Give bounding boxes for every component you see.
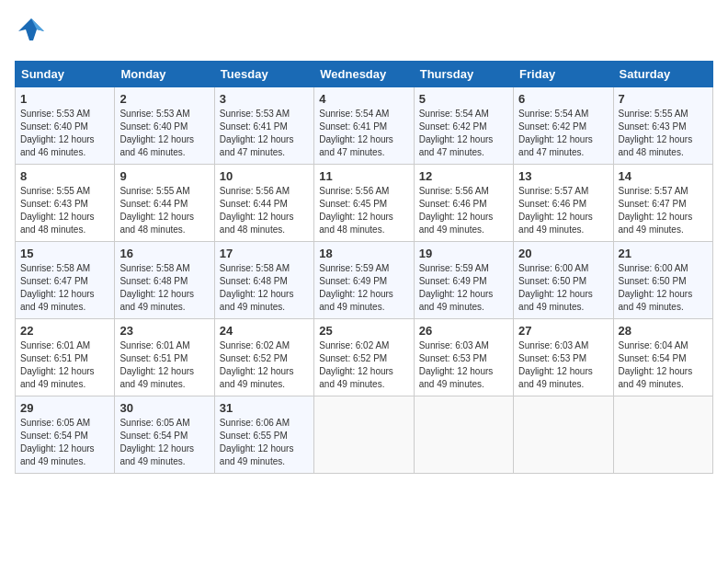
day-info: Sunrise: 5:55 AMSunset: 6:43 PMDaylight:… [619, 109, 693, 157]
day-info: Sunrise: 5:53 AMSunset: 6:41 PMDaylight:… [220, 109, 294, 157]
calendar-cell: 6 Sunrise: 5:54 AMSunset: 6:42 PMDayligh… [514, 87, 613, 165]
day-number: 6 [518, 92, 608, 106]
day-number: 24 [220, 324, 309, 338]
calendar-cell: 30 Sunrise: 6:05 AMSunset: 6:54 PMDaylig… [115, 396, 214, 474]
calendar-cell: 16 Sunrise: 5:58 AMSunset: 6:48 PMDaylig… [115, 242, 214, 319]
calendar-cell: 23 Sunrise: 6:01 AMSunset: 6:51 PMDaylig… [115, 319, 214, 396]
day-number: 14 [619, 169, 708, 183]
column-header-friday: Friday [514, 62, 613, 87]
column-header-saturday: Saturday [613, 62, 712, 87]
calendar-cell: 9 Sunrise: 5:55 AMSunset: 6:44 PMDayligh… [115, 165, 214, 242]
day-info: Sunrise: 5:55 AMSunset: 6:44 PMDaylight:… [119, 186, 194, 235]
day-info: Sunrise: 5:53 AMSunset: 6:40 PMDaylight:… [119, 109, 194, 157]
header [15, 15, 713, 53]
calendar-cell: 12 Sunrise: 5:56 AMSunset: 6:46 PMDaylig… [414, 165, 513, 242]
calendar-cell: 27 Sunrise: 6:03 AMSunset: 6:53 PMDaylig… [514, 319, 613, 396]
day-number: 21 [619, 247, 708, 260]
day-number: 12 [419, 169, 508, 183]
day-number: 23 [119, 324, 209, 338]
calendar-cell [514, 396, 613, 474]
calendar-cell: 4 Sunrise: 5:54 AMSunset: 6:41 PMDayligh… [314, 87, 414, 165]
day-number: 20 [518, 247, 608, 260]
day-info: Sunrise: 6:03 AMSunset: 6:53 PMDaylight:… [518, 340, 593, 389]
day-info: Sunrise: 5:57 AMSunset: 6:46 PMDaylight:… [518, 186, 593, 235]
calendar-week-4: 22 Sunrise: 6:01 AMSunset: 6:51 PMDaylig… [16, 319, 713, 396]
calendar-cell: 26 Sunrise: 6:03 AMSunset: 6:53 PMDaylig… [414, 319, 513, 396]
logo [15, 15, 51, 53]
day-number: 10 [220, 169, 309, 183]
day-number: 9 [119, 169, 209, 183]
calendar-cell: 25 Sunrise: 6:02 AMSunset: 6:52 PMDaylig… [314, 319, 414, 396]
calendar-cell: 5 Sunrise: 5:54 AMSunset: 6:42 PMDayligh… [414, 87, 513, 165]
day-number: 13 [518, 169, 608, 183]
calendar-cell: 17 Sunrise: 5:58 AMSunset: 6:48 PMDaylig… [214, 242, 313, 319]
calendar-cell: 29 Sunrise: 6:05 AMSunset: 6:54 PMDaylig… [16, 396, 115, 474]
calendar-cell: 7 Sunrise: 5:55 AMSunset: 6:43 PMDayligh… [613, 87, 712, 165]
day-info: Sunrise: 5:59 AMSunset: 6:49 PMDaylight:… [319, 263, 393, 312]
column-header-thursday: Thursday [414, 62, 513, 87]
logo-bird-icon [15, 15, 48, 53]
calendar-week-3: 15 Sunrise: 5:58 AMSunset: 6:47 PMDaylig… [16, 242, 713, 319]
day-number: 18 [319, 247, 408, 260]
calendar-table: SundayMondayTuesdayWednesdayThursdayFrid… [15, 61, 713, 474]
calendar-cell: 31 Sunrise: 6:06 AMSunset: 6:55 PMDaylig… [214, 396, 313, 474]
day-number: 4 [319, 92, 408, 106]
day-number: 30 [119, 401, 209, 415]
day-number: 25 [319, 324, 408, 338]
day-info: Sunrise: 6:04 AMSunset: 6:54 PMDaylight:… [619, 340, 693, 389]
day-info: Sunrise: 5:54 AMSunset: 6:42 PMDaylight:… [419, 109, 494, 157]
day-number: 22 [20, 324, 109, 338]
day-info: Sunrise: 6:02 AMSunset: 6:52 PMDaylight:… [319, 340, 393, 389]
calendar-cell: 19 Sunrise: 5:59 AMSunset: 6:49 PMDaylig… [414, 242, 513, 319]
day-info: Sunrise: 6:06 AMSunset: 6:55 PMDaylight:… [220, 418, 294, 466]
calendar-week-2: 8 Sunrise: 5:55 AMSunset: 6:43 PMDayligh… [16, 165, 713, 242]
day-number: 1 [20, 92, 109, 106]
calendar-cell: 15 Sunrise: 5:58 AMSunset: 6:47 PMDaylig… [16, 242, 115, 319]
day-number: 11 [319, 169, 408, 183]
calendar-cell [314, 396, 414, 474]
day-info: Sunrise: 6:05 AMSunset: 6:54 PMDaylight:… [20, 418, 95, 466]
calendar-cell: 24 Sunrise: 6:02 AMSunset: 6:52 PMDaylig… [214, 319, 313, 396]
day-number: 31 [220, 401, 309, 415]
day-info: Sunrise: 5:56 AMSunset: 6:46 PMDaylight:… [419, 186, 494, 235]
column-header-monday: Monday [115, 62, 214, 87]
day-info: Sunrise: 6:00 AMSunset: 6:50 PMDaylight:… [619, 263, 693, 312]
calendar-cell: 11 Sunrise: 5:56 AMSunset: 6:45 PMDaylig… [314, 165, 414, 242]
calendar-cell: 22 Sunrise: 6:01 AMSunset: 6:51 PMDaylig… [16, 319, 115, 396]
column-header-wednesday: Wednesday [314, 62, 414, 87]
calendar-header-row: SundayMondayTuesdayWednesdayThursdayFrid… [16, 62, 713, 87]
calendar-cell: 18 Sunrise: 5:59 AMSunset: 6:49 PMDaylig… [314, 242, 414, 319]
day-number: 19 [419, 247, 508, 260]
calendar-cell: 20 Sunrise: 6:00 AMSunset: 6:50 PMDaylig… [514, 242, 613, 319]
calendar-cell: 3 Sunrise: 5:53 AMSunset: 6:41 PMDayligh… [214, 87, 313, 165]
day-info: Sunrise: 6:03 AMSunset: 6:53 PMDaylight:… [419, 340, 494, 389]
day-info: Sunrise: 6:01 AMSunset: 6:51 PMDaylight:… [20, 340, 95, 389]
day-number: 29 [20, 401, 109, 415]
day-info: Sunrise: 5:58 AMSunset: 6:48 PMDaylight:… [119, 263, 194, 312]
day-info: Sunrise: 6:02 AMSunset: 6:52 PMDaylight:… [220, 340, 294, 389]
day-number: 8 [20, 169, 109, 183]
calendar-cell: 21 Sunrise: 6:00 AMSunset: 6:50 PMDaylig… [613, 242, 712, 319]
day-number: 27 [518, 324, 608, 338]
day-number: 2 [119, 92, 209, 106]
day-info: Sunrise: 6:05 AMSunset: 6:54 PMDaylight:… [119, 418, 194, 466]
calendar-cell [613, 396, 712, 474]
day-info: Sunrise: 5:57 AMSunset: 6:47 PMDaylight:… [619, 186, 693, 235]
calendar-cell: 2 Sunrise: 5:53 AMSunset: 6:40 PMDayligh… [115, 87, 214, 165]
day-info: Sunrise: 6:00 AMSunset: 6:50 PMDaylight:… [518, 263, 593, 312]
day-info: Sunrise: 5:56 AMSunset: 6:45 PMDaylight:… [319, 186, 393, 235]
day-info: Sunrise: 5:59 AMSunset: 6:49 PMDaylight:… [419, 263, 494, 312]
day-number: 26 [419, 324, 508, 338]
calendar-cell [414, 396, 513, 474]
day-number: 17 [220, 247, 309, 260]
day-info: Sunrise: 5:54 AMSunset: 6:42 PMDaylight:… [518, 109, 593, 157]
day-info: Sunrise: 5:58 AMSunset: 6:48 PMDaylight:… [220, 263, 294, 312]
day-number: 5 [419, 92, 508, 106]
day-info: Sunrise: 5:54 AMSunset: 6:41 PMDaylight:… [319, 109, 393, 157]
calendar-cell: 8 Sunrise: 5:55 AMSunset: 6:43 PMDayligh… [16, 165, 115, 242]
calendar-week-1: 1 Sunrise: 5:53 AMSunset: 6:40 PMDayligh… [16, 87, 713, 165]
day-info: Sunrise: 6:01 AMSunset: 6:51 PMDaylight:… [119, 340, 194, 389]
day-info: Sunrise: 5:55 AMSunset: 6:43 PMDaylight:… [20, 186, 95, 235]
day-number: 28 [619, 324, 708, 338]
calendar-cell: 28 Sunrise: 6:04 AMSunset: 6:54 PMDaylig… [613, 319, 712, 396]
